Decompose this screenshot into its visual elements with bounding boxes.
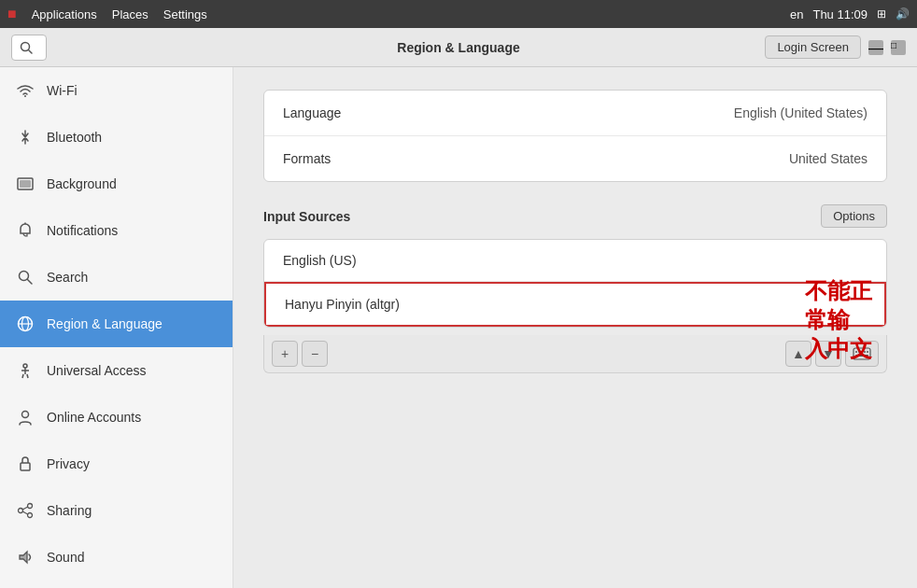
keyboard-icon xyxy=(853,347,871,360)
online-accounts-icon xyxy=(15,407,35,427)
search-sidebar-icon xyxy=(15,267,35,287)
svg-marker-20 xyxy=(20,552,27,563)
options-button[interactable]: Options xyxy=(821,204,887,228)
input-sources-list: English (US) Hanyu Pinyin (altgr) xyxy=(263,239,887,328)
sidebar-item-sharing-label: Sharing xyxy=(47,503,92,518)
sidebar-item-universal-access[interactable]: Universal Access xyxy=(0,347,233,394)
settings-window: Region & Language Login Screen — □ Wi- xyxy=(0,28,917,588)
add-input-source-button[interactable]: + xyxy=(272,341,298,367)
sidebar-item-universal-access-label: Universal Access xyxy=(47,363,147,378)
places-menu[interactable]: Places xyxy=(112,7,148,21)
applications-label: Applications xyxy=(32,7,97,21)
move-down-button[interactable]: ▼ xyxy=(815,341,841,367)
input-source-hanyu-pinyin-label: Hanyu Pinyin (altgr) xyxy=(285,297,400,312)
region-icon xyxy=(15,314,35,334)
applications-menu[interactable]: Applications xyxy=(32,7,97,21)
bluetooth-icon xyxy=(15,127,35,147)
sidebar-item-background-label: Background xyxy=(47,176,117,191)
svg-rect-21 xyxy=(854,348,870,359)
svg-line-1 xyxy=(29,49,33,53)
up-arrow-icon: ▲ xyxy=(792,346,805,361)
add-remove-controls: + − xyxy=(272,341,328,367)
sidebar-item-region-language-label: Region & Language xyxy=(47,316,162,331)
svg-line-18 xyxy=(22,507,28,510)
svg-point-15 xyxy=(28,504,33,509)
top-menubar: ■ Applications Places Settings en Thu 11… xyxy=(0,0,917,28)
svg-point-2 xyxy=(24,95,26,97)
search-button[interactable] xyxy=(11,35,47,61)
sidebar-item-search-label: Search xyxy=(47,270,88,285)
svg-rect-4 xyxy=(20,180,31,188)
privacy-icon xyxy=(15,454,35,474)
universal-access-icon xyxy=(15,360,35,381)
menu-left: ■ Applications Places Settings xyxy=(7,6,207,22)
notifications-icon xyxy=(15,220,35,241)
move-up-button[interactable]: ▲ xyxy=(785,341,811,367)
svg-line-7 xyxy=(28,280,33,285)
wifi-icon xyxy=(15,80,35,101)
sidebar-item-wifi[interactable]: Wi-Fi xyxy=(0,67,233,114)
svg-point-11 xyxy=(23,364,27,368)
redhat-icon: ■ xyxy=(7,6,17,22)
settings-label: Settings xyxy=(163,7,207,21)
input-source-english-us-label: English (US) xyxy=(283,253,357,268)
sidebar-item-sound-label: Sound xyxy=(47,550,84,565)
sidebar-item-region-language[interactable]: Region & Language xyxy=(0,301,233,347)
svg-point-16 xyxy=(19,509,23,513)
locale-label: en xyxy=(790,7,803,21)
sidebar-item-bluetooth-label: Bluetooth xyxy=(47,130,102,145)
sidebar-item-wifi-label: Wi-Fi xyxy=(47,83,78,98)
input-source-english-us[interactable]: English (US) xyxy=(264,240,886,282)
sidebar-item-bluetooth[interactable]: Bluetooth xyxy=(0,114,233,161)
reorder-controls: ▲ ▼ xyxy=(785,341,879,367)
search-icon xyxy=(20,41,33,54)
svg-point-17 xyxy=(28,513,33,518)
sidebar-item-sharing[interactable]: Sharing xyxy=(0,487,233,534)
sidebar-item-notifications-label: Notifications xyxy=(47,223,118,238)
titlebar-controls: Login Screen — □ xyxy=(765,35,906,59)
window-title: Region & Language xyxy=(397,40,519,55)
window-content: Wi-Fi Bluetooth Backgro xyxy=(0,67,917,588)
remove-input-source-button[interactable]: − xyxy=(302,341,328,367)
sidebar: Wi-Fi Bluetooth Backgro xyxy=(0,67,233,588)
formats-row: Formats United States xyxy=(264,136,886,181)
down-arrow-icon: ▼ xyxy=(822,346,835,361)
places-label: Places xyxy=(112,7,148,21)
sharing-icon xyxy=(15,500,35,521)
svg-rect-14 xyxy=(21,463,30,470)
login-screen-button[interactable]: Login Screen xyxy=(765,35,861,59)
titlebar: Region & Language Login Screen — □ xyxy=(0,28,917,67)
sidebar-item-online-accounts[interactable]: Online Accounts xyxy=(0,394,233,441)
sidebar-item-online-accounts-label: Online Accounts xyxy=(47,410,141,425)
input-sources-container: English (US) Hanyu Pinyin (altgr) 不能正常输入… xyxy=(263,239,887,373)
sidebar-item-notifications[interactable]: Notifications xyxy=(0,207,233,254)
formats-label: Formats xyxy=(283,151,331,166)
volume-icon: 🔊 xyxy=(896,7,910,21)
sidebar-item-sound[interactable]: Sound xyxy=(0,534,233,581)
sidebar-item-privacy-label: Privacy xyxy=(47,456,90,471)
sidebar-item-privacy[interactable]: Privacy xyxy=(0,441,233,487)
sidebar-item-search[interactable]: Search xyxy=(0,254,233,301)
svg-point-13 xyxy=(22,412,29,418)
input-source-hanyu-pinyin[interactable]: Hanyu Pinyin (altgr) xyxy=(264,282,886,327)
main-panel: Language English (United States) Formats… xyxy=(233,67,917,588)
minimize-button[interactable]: — xyxy=(868,40,883,55)
maximize-button[interactable]: □ xyxy=(891,40,906,55)
formats-value: United States xyxy=(789,151,868,166)
language-value: English (United States) xyxy=(734,105,868,120)
sound-icon xyxy=(15,547,35,567)
keyboard-layout-button[interactable] xyxy=(845,341,879,367)
input-sources-header: Input Sources Options xyxy=(263,204,887,228)
system-tray-icon: ⊞ xyxy=(877,7,886,21)
language-formats-group: Language English (United States) Formats… xyxy=(263,90,887,182)
time-label: Thu 11:09 xyxy=(812,7,868,21)
input-sources-title: Input Sources xyxy=(263,209,350,224)
background-icon xyxy=(15,174,35,194)
topbar-right: en Thu 11:09 ⊞ 🔊 xyxy=(790,7,910,21)
language-label: Language xyxy=(283,105,341,120)
svg-line-19 xyxy=(22,511,28,514)
language-row: Language English (United States) xyxy=(264,91,886,136)
input-sources-control-row: + − ▲ ▼ xyxy=(263,335,887,373)
settings-menu[interactable]: Settings xyxy=(163,7,207,21)
sidebar-item-background[interactable]: Background xyxy=(0,161,233,207)
